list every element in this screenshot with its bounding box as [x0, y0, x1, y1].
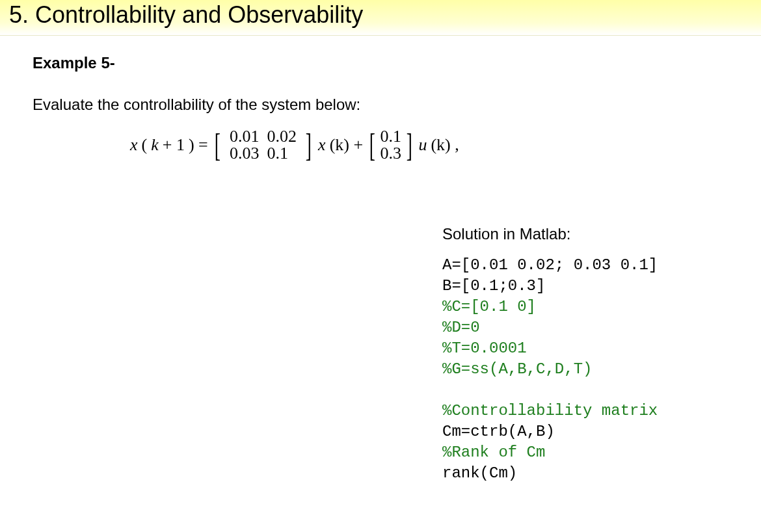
eq-lhs-x: x: [130, 135, 138, 155]
a12: 0.02: [267, 128, 303, 145]
section-title: 5. Controllability and Observability: [9, 1, 752, 29]
code-comment-line: %C=[0.1 0]: [442, 297, 658, 317]
eq-rhs-u: u: [418, 135, 427, 155]
code-comment-line: %Controllability matrix: [442, 401, 658, 421]
code-comment-line: %Rank of Cm: [442, 442, 658, 463]
code-line: Cm=ctrb(A,B): [442, 421, 658, 442]
matlab-code: A=[0.01 0.02; 0.03 0.1]B=[0.1;0.3]%C=[0.…: [442, 255, 658, 484]
a21: 0.03: [222, 145, 267, 162]
code-blank-line: [442, 380, 658, 401]
section-header: 5. Controllability and Observability: [0, 0, 761, 36]
a22: 0.1: [267, 145, 303, 162]
code-line: rank(Cm): [442, 463, 658, 484]
matrix-b: [ 0.1 0.3 ]: [367, 128, 414, 162]
eq-lhs-plus1: + 1: [163, 135, 185, 155]
eq-lhs-k: k: [151, 135, 159, 155]
matrix-a: [ 0.01 0.02 0.03 0.1 ]: [212, 128, 314, 162]
solution-block: Solution in Matlab: A=[0.01 0.02; 0.03 0…: [442, 225, 658, 484]
example-label: Example 5-: [33, 54, 728, 72]
eq-lhs-close-eq: ) =: [189, 135, 208, 155]
b1: 0.1: [378, 128, 404, 145]
eq-lhs-paren-open: (: [142, 135, 148, 155]
code-comment-line: %G=ss(A,B,C,D,T): [442, 359, 658, 380]
code-comment-line: %D=0: [442, 317, 658, 338]
content-area: Example 5- Evaluate the controllability …: [0, 36, 761, 162]
solution-title: Solution in Matlab:: [442, 225, 658, 243]
state-equation: x ( k + 1 ) = [ 0.01 0.02 0.03 0.1 ]: [130, 128, 728, 162]
code-line: A=[0.01 0.02; 0.03 0.1]: [442, 255, 658, 276]
page: 5. Controllability and Observability Exa…: [0, 0, 761, 532]
code-comment-line: %T=0.0001: [442, 338, 658, 359]
eq-rhs-arg: (k) ,: [431, 135, 459, 155]
a11: 0.01: [222, 128, 267, 145]
example-prompt: Evaluate the controllability of the syst…: [33, 96, 728, 114]
code-line: B=[0.1;0.3]: [442, 276, 658, 297]
b2: 0.3: [378, 145, 404, 162]
eq-mid-arg: (k) +: [330, 135, 363, 155]
eq-mid-x: x: [318, 135, 326, 155]
